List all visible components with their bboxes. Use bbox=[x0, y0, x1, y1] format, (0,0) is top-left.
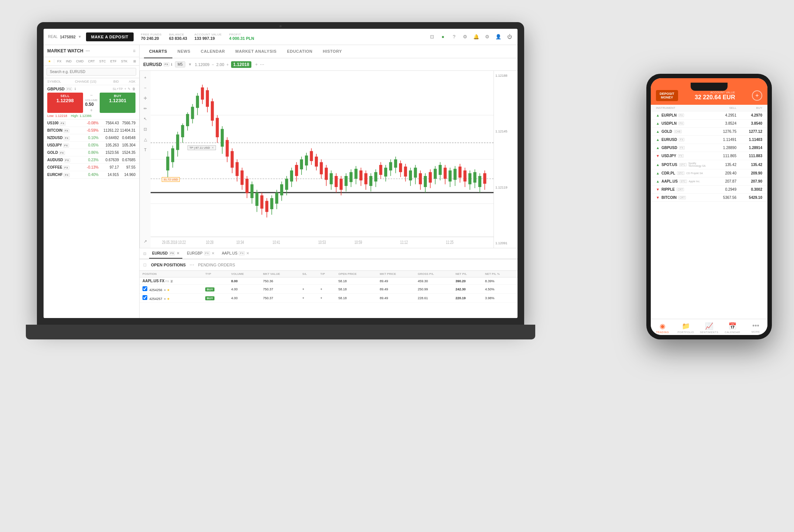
tools-icon[interactable]: ⚙ bbox=[461, 33, 469, 41]
chart-info-icon[interactable]: ℹ bbox=[171, 63, 172, 66]
bottom-tab-eurgbp[interactable]: EURGBP FX ✕ bbox=[184, 248, 217, 259]
layout-icon[interactable]: ⊡ bbox=[428, 33, 436, 41]
close-aaplus-tab[interactable]: ✕ bbox=[246, 251, 249, 255]
phone-nav-trading[interactable]: ◉ TRADING bbox=[651, 322, 674, 334]
search-input[interactable] bbox=[47, 68, 136, 76]
table-row[interactable]: 4254256 ● ★ BUY 4.00 750.37 + + 58.18 89… bbox=[140, 285, 518, 294]
phone-instrument-row[interactable]: ▲ EURPLN FX 4.2951 4.2970 bbox=[651, 111, 767, 120]
tab-history[interactable]: HISTORY bbox=[317, 45, 347, 58]
decrease-volume[interactable]: − bbox=[90, 93, 93, 98]
crosshair-icon[interactable]: ✛ bbox=[142, 94, 149, 102]
svg-rect-111 bbox=[424, 176, 427, 187]
tab-charts[interactable]: CHARTS bbox=[144, 45, 172, 58]
phone-instrument-row[interactable]: ▲ GBPUSD FX 1.28890 1.28914 bbox=[651, 144, 767, 152]
market-watch-row[interactable]: AUDUSD FX 0.23% 0.67639 0.67685 bbox=[44, 156, 139, 164]
bottom-tab-eurusd[interactable]: EURUSD FX ✕ bbox=[149, 248, 182, 259]
help-icon[interactable]: ? bbox=[450, 33, 458, 41]
chart-settings-icon[interactable]: ▼ bbox=[188, 62, 192, 66]
phone-instrument-row[interactable]: ▲ AAPL.US STC Apple Inc. 207.87 207.90 bbox=[651, 177, 767, 186]
market-watch-row[interactable]: US100 FX -0.08% 7564.43 7566.79 bbox=[44, 120, 139, 127]
phone-instrument-row[interactable]: ▲ SPOT.US STC Spotify Technology SA 135.… bbox=[651, 160, 767, 169]
delete-icon[interactable]: 🗑 bbox=[132, 87, 135, 91]
tab-fx[interactable]: FX bbox=[56, 59, 63, 64]
bottom-tab-eurusd-badge: FX bbox=[169, 251, 175, 255]
zoom-out-icon[interactable]: − bbox=[142, 84, 149, 91]
cursor-icon[interactable]: ↖ bbox=[142, 115, 149, 122]
market-watch-menu[interactable]: ≡ bbox=[133, 48, 135, 53]
pending-orders-tab[interactable]: PENDING ORDERS bbox=[198, 263, 235, 267]
ph-inst-badge: CRT bbox=[677, 188, 684, 191]
svg-rect-53 bbox=[280, 184, 283, 196]
market-watch-row[interactable]: BITCOIN FX -0.59% 11261.22 11404.31 bbox=[44, 127, 139, 134]
market-watch-row[interactable]: COFFEE FX -0.13% 97.17 97.55 bbox=[44, 164, 139, 171]
tab-favorites[interactable]: ★ bbox=[47, 59, 52, 64]
gbpusd-info-icon[interactable]: ℹ bbox=[75, 87, 76, 91]
chart-options-icon[interactable]: ⋯ bbox=[260, 62, 264, 67]
power-icon[interactable]: ⏻ bbox=[506, 33, 513, 41]
edit-icon[interactable]: ✎ bbox=[128, 87, 131, 91]
pos-checkbox[interactable] bbox=[142, 286, 147, 291]
close-eurusd-tab[interactable]: ✕ bbox=[176, 251, 179, 255]
bottom-tab-aaplus[interactable]: AAPL.US FX ✕ bbox=[219, 248, 252, 259]
phone-instrument-row[interactable]: ▲ GOLD CHB 1276.75 1277.12 bbox=[651, 128, 767, 136]
mw-grid-icon[interactable]: ⊞ bbox=[133, 59, 136, 63]
buy-button[interactable]: BUY 1.12301 bbox=[100, 93, 135, 113]
measure-icon[interactable]: ⊡ bbox=[142, 125, 149, 133]
phone-instrument-row[interactable]: ▲ CDR.PL STC CD Projekt SA 209.40 209.90 bbox=[651, 169, 767, 177]
ph-inst-info: ▼ BITCOIN CRT bbox=[656, 196, 707, 200]
tab-etf[interactable]: ETF bbox=[109, 59, 118, 64]
phone-deposit-button[interactable]: DEPOSITMONEY bbox=[656, 90, 678, 101]
share-icon[interactable]: ↗ bbox=[142, 238, 149, 245]
draw-icon[interactable]: △ bbox=[142, 136, 149, 143]
svg-rect-29 bbox=[221, 129, 224, 147]
plus-icon[interactable]: + bbox=[124, 87, 126, 91]
market-watch: MARKET WATCH ··· ≡ ★ FX IND CMD CRT STC … bbox=[44, 45, 140, 318]
phone-nav-sentiments[interactable]: 📈 SENTIMENTS bbox=[697, 322, 721, 334]
phone-nav-calendar[interactable]: 📅 CALENDAR bbox=[721, 322, 744, 334]
phone-instrument-row[interactable]: ▲ EURUSD FX 1.11491 1.11403 bbox=[651, 136, 767, 144]
phone-instrument-row[interactable]: ▼ BITCOIN CRT 5367.56 5429.10 bbox=[651, 194, 767, 202]
table-row[interactable]: 4254257 ● ★ BUY 4.00 750.37 + + 58.18 89… bbox=[140, 294, 518, 303]
phone-add-button[interactable]: + bbox=[752, 90, 762, 101]
phone-nav-more[interactable]: ••• MORE bbox=[744, 322, 767, 334]
tab-education[interactable]: EDUCATION bbox=[282, 45, 317, 58]
tab-ind[interactable]: IND bbox=[65, 59, 73, 64]
sell-button[interactable]: SELL 1.12298 bbox=[47, 93, 83, 113]
phone-instrument-row[interactable]: ▼ RIPPLE CRT 0.2949 0.3002 bbox=[651, 186, 767, 194]
tab-crt[interactable]: CRT bbox=[87, 59, 96, 64]
phone-instrument-row[interactable]: ▲ USDPLN FX 3.8524 3.8540 bbox=[651, 120, 767, 128]
tab-stk[interactable]: STK bbox=[120, 59, 129, 64]
pen-icon[interactable]: ✏ bbox=[142, 105, 149, 112]
tab-calendar[interactable]: CALENDAR bbox=[196, 45, 230, 58]
market-watch-row[interactable]: EURCHF FX 0.40% 14.915 14.960 bbox=[44, 171, 139, 179]
phone-nav-portfolio[interactable]: 📁 PORTFOLIO bbox=[674, 322, 697, 334]
tab-stc[interactable]: STC bbox=[98, 59, 107, 64]
text-icon[interactable]: T bbox=[142, 146, 149, 153]
col-gross: GROSS P/L bbox=[415, 271, 453, 277]
col-sl: S/L bbox=[299, 271, 317, 277]
deposit-button[interactable]: MAKE A DEPOSIT bbox=[86, 32, 134, 41]
pos-checkbox[interactable] bbox=[142, 295, 147, 300]
tp-close-btn[interactable]: ✕ bbox=[212, 146, 214, 149]
market-watch-row[interactable]: NZDUSD FX 0.10% 0.64492 0.64548 bbox=[44, 134, 139, 142]
market-watch-row[interactable]: USDJPY FX 0.05% 105.263 105.304 bbox=[44, 142, 139, 149]
user-icon[interactable]: 👤 bbox=[495, 33, 502, 41]
settings-icon[interactable]: ⚙ bbox=[484, 33, 491, 41]
table-row[interactable]: AAPL.US FX FX 2 8.00 750.36 58.18 89.49 … bbox=[140, 277, 518, 285]
increase-volume[interactable]: + bbox=[90, 108, 93, 113]
tab-market-analysis[interactable]: MARKET ANALYSIS bbox=[230, 45, 282, 58]
chart-timeframe[interactable]: M5 bbox=[175, 61, 185, 68]
zoom-in-icon[interactable]: + bbox=[142, 74, 149, 81]
add-indicator-btn[interactable]: + bbox=[255, 62, 258, 67]
market-watch-header: MARKET WATCH ··· ≡ bbox=[44, 45, 139, 57]
collapse-icon[interactable]: ⊡ bbox=[143, 252, 146, 256]
phone-instrument-row[interactable]: ▼ USDJPY FX 111.865 111.883 bbox=[651, 152, 767, 160]
market-watch-row[interactable]: GOLD FX 0.86% 1523.56 1524.35 bbox=[44, 149, 139, 156]
close-eurgbp-tab[interactable]: ✕ bbox=[212, 251, 214, 255]
account-dropdown-arrow[interactable]: ▼ bbox=[78, 35, 82, 39]
tab-cmd[interactable]: CMD bbox=[75, 59, 85, 64]
bell-icon[interactable]: 🔔 bbox=[472, 33, 480, 41]
positions-checkbox[interactable]: ☐ bbox=[143, 263, 147, 267]
tab-news[interactable]: NEWS bbox=[172, 45, 196, 58]
status-icon[interactable]: ● bbox=[439, 33, 447, 41]
